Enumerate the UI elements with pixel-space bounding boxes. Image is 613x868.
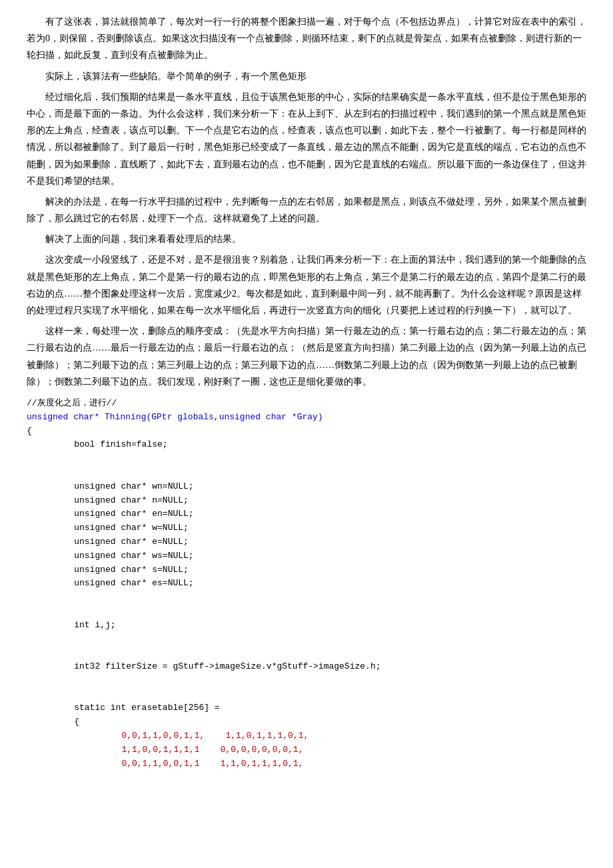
code-es: unsigned char* es=NULL;	[53, 577, 586, 591]
paragraph-6: 这次变成一小段竖线了，还是不对，是不是很沮丧？别着急，让我们再来分析一下：在上面…	[27, 251, 586, 319]
code-erasetable-decl: static int erasetable[256] =	[53, 701, 586, 715]
code-array-row-3: 0,0,1,1,0,0,1,1 1,1,0,1,1,1,0,1,	[80, 757, 586, 771]
blank-1	[27, 452, 586, 466]
main-content: 有了这张表，算法就很简单了，每次对一行一行的将整个图象扫描一遍，对于每个点（不包…	[27, 13, 586, 771]
code-section: //灰度化之后，进行// unsigned char* Thinning(GPt…	[27, 397, 586, 771]
blank-2	[27, 466, 586, 480]
code-int-ij: int i,j;	[53, 619, 586, 633]
code-bool-finish: bool finish=false;	[53, 438, 586, 452]
code-ws: unsigned char* ws=NULL;	[53, 549, 586, 563]
blank-5	[27, 632, 586, 646]
paragraph-2: 实际上，该算法有一些缺陷。举个简单的例子，有一个黑色矩形	[27, 68, 586, 85]
function-signature: unsigned char* Thinning(GPtr globals,uns…	[27, 411, 586, 425]
paragraph-3: 经过细化后，我们预期的结果是一条水平直线，且位于该黑色矩形的中心，实际的结果确实…	[27, 89, 586, 189]
code-s: unsigned char* s=NULL;	[53, 563, 586, 577]
code-n: unsigned char* n=NULL;	[53, 494, 586, 508]
paragraph-1: 有了这张表，算法就很简单了，每次对一行一行的将整个图象扫描一遍，对于每个点（不包…	[27, 13, 586, 64]
paragraph-4: 解决的办法是，在每一行水平扫描的过程中，先判断每一点的左右邻居，如果都是黑点，则…	[27, 193, 586, 227]
blank-4	[27, 605, 586, 619]
blank-7	[27, 674, 586, 688]
code-array-row-2: 1,1,0,0,1,1,1,1 0,0,0,0,0,0,0,1,	[80, 743, 586, 757]
paragraph-5: 解决了上面的问题，我们来看看处理后的结果。	[27, 231, 586, 247]
code-filtersize: int32 filterSize = gStuff->imageSize.v*g…	[53, 660, 586, 674]
code-array-row-1: 0,0,1,1,0,0,1,1, 1,1,0,1,1,1,0,1,	[80, 729, 586, 743]
blank-3	[27, 591, 586, 605]
code-comment-line: //灰度化之后，进行//	[27, 397, 586, 411]
code-wn: unsigned char* wn=NULL;	[53, 480, 586, 494]
blank-8	[27, 688, 586, 702]
code-en: unsigned char* en=NULL;	[53, 507, 586, 521]
brace-open: {	[27, 425, 586, 439]
code-w: unsigned char* w=NULL;	[53, 521, 586, 535]
blank-6	[27, 646, 586, 660]
code-array-open: {	[53, 715, 586, 729]
code-e: unsigned char* e=NULL;	[53, 535, 586, 549]
paragraph-7: 这样一来，每处理一次，删除点的顺序变成：（先是水平方向扫描）第一行最左边的点；第…	[27, 323, 586, 390]
